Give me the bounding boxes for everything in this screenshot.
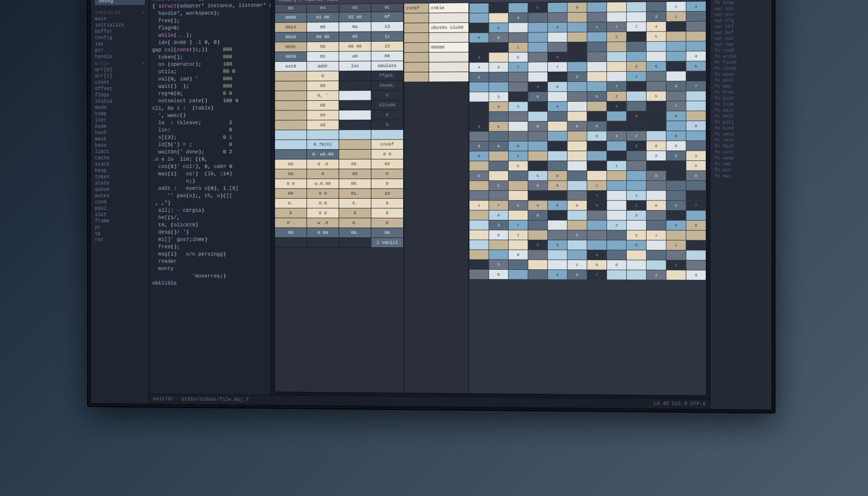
hex-cell[interactable]: 0 .0 [307,159,339,169]
rail-item[interactable]: fn bind [710,125,771,132]
hex-cell[interactable]: 08 [307,81,339,91]
heat-cell[interactable] [469,3,488,13]
hex-cell[interactable]: 00. [339,228,371,237]
hex-cell[interactable] [307,238,339,247]
heat-cell[interactable]: 1 [686,1,706,11]
heat-cell[interactable] [666,51,686,61]
rail-item[interactable]: fn flush [710,60,771,66]
sidebar-item[interactable]: ret [91,237,149,243]
heat-cell[interactable] [568,131,587,141]
heat-cell[interactable] [548,131,567,141]
hex-cell[interactable]: 08. [339,179,371,188]
hex-cell[interactable]: 00 [307,110,339,120]
heat-cell[interactable]: 6 [469,33,488,43]
code-line[interactable]: notselect yate() 100 0 [152,97,268,105]
heat-cell[interactable] [666,42,686,51]
heat-cell[interactable] [568,111,587,121]
rail-item[interactable]: fn cmp [710,161,771,168]
heat-cell[interactable] [568,191,587,200]
heat-cell[interactable]: 0 [489,270,508,279]
hex-row[interactable]: 08blko00 [275,100,404,110]
heat-cell[interactable] [686,41,706,51]
heat-cell[interactable] [587,72,606,81]
heat-cell[interactable] [469,23,488,33]
heat-cell[interactable] [528,52,548,62]
heat-cell[interactable]: 7 [686,201,706,210]
hex-row[interactable]: 0.70(0)cnskf [275,140,404,150]
heat-cell[interactable] [469,240,488,249]
hex-cell[interactable]: 08 [307,101,339,110]
heat-cell[interactable] [528,43,548,52]
rail-item[interactable]: fn write [710,53,771,60]
heat-cell[interactable] [509,191,527,200]
heat-cell[interactable] [627,32,646,42]
hex-cell[interactable] [339,110,371,120]
rail-item[interactable]: fn lock [710,95,771,102]
heat-cell[interactable]: 1 [469,73,488,82]
sidebar-section-header[interactable]: Variables▾ [91,9,149,16]
heat-cell[interactable]: 3 [489,260,508,269]
heat-cell[interactable] [607,171,626,180]
heat-cell[interactable]: 4 [686,51,706,61]
heat-cell[interactable] [469,92,488,102]
hex-cell[interactable]: 0 0 [307,208,339,217]
hex-cell[interactable]: 0 . [275,218,307,227]
heat-cell[interactable] [509,3,527,13]
hex-cell[interactable]: 0 0 [307,189,339,198]
heat-cell[interactable] [666,270,686,280]
heat-cell[interactable] [528,72,548,82]
property-value[interactable] [429,52,468,62]
sidebar-item[interactable]: stack [91,161,149,168]
heat-cell[interactable]: 5 [489,181,508,190]
heat-cell[interactable] [528,102,548,111]
heat-cell[interactable] [568,32,587,42]
heat-cell[interactable]: 4 [587,250,606,260]
heat-cell[interactable]: 5 [489,23,508,32]
heat-cell[interactable] [686,12,706,21]
heat-cell[interactable] [607,12,626,22]
heat-cell[interactable] [489,43,508,52]
hex-cell[interactable]: 0a [339,22,371,32]
heat-cell[interactable] [647,211,666,220]
heat-cell[interactable]: 6 [469,141,488,151]
hex-cell[interactable]: cnskf [372,140,404,149]
hex-cell[interactable]: 00 [275,228,307,237]
heat-cell[interactable]: 6 [607,260,626,270]
heat-cell[interactable] [469,250,488,259]
heat-cell[interactable]: 1 [666,12,686,21]
heat-grid[interactable]: 5011431541774602514504437746512140747355… [468,1,706,395]
code-line[interactable]: gap col(const)i;)) 800 [152,46,268,54]
heat-cell[interactable]: 3 [627,141,646,151]
heat-cell[interactable] [528,250,548,259]
heat-cell[interactable]: 0 [686,220,706,230]
heat-cell[interactable] [548,211,567,220]
rail-item[interactable]: fn read [710,47,771,54]
heat-cell[interactable]: 2 [666,151,686,161]
chevron-down-icon[interactable]: ▾ [142,10,145,16]
heat-cell[interactable] [548,72,567,82]
code-line[interactable]: tm, (olickt0) [152,221,268,229]
heat-cell[interactable]: 6 [548,201,567,210]
rail-item[interactable]: var tmp [710,42,771,48]
hex-cell[interactable]: 13 [372,22,404,31]
heat-cell[interactable]: 3 [489,62,508,72]
heat-cell[interactable] [587,12,606,22]
heat-cell[interactable] [607,211,626,220]
heat-cell[interactable] [568,250,587,260]
heat-cell[interactable] [607,181,626,190]
heat-cell[interactable]: 6 [666,220,686,230]
hex-cell[interactable] [339,150,371,159]
code-line[interactable]: , ,") [152,200,268,207]
heat-cell[interactable]: 0 [509,141,527,151]
heat-cell[interactable]: 6 [469,151,488,160]
hex-row[interactable]: 002800 00081c [275,31,404,42]
heat-cell[interactable] [686,250,706,260]
rail-item[interactable]: var cfg [710,17,771,24]
hex-cell[interactable]: i vaniil [372,238,404,247]
sidebar-item[interactable]: limit [91,149,149,155]
heat-cell[interactable]: 5 [509,52,527,62]
heat-cell[interactable] [666,250,686,260]
heat-cell[interactable]: 3 [647,12,666,21]
heat-cell[interactable] [666,231,686,240]
heat-cell[interactable] [568,62,587,72]
